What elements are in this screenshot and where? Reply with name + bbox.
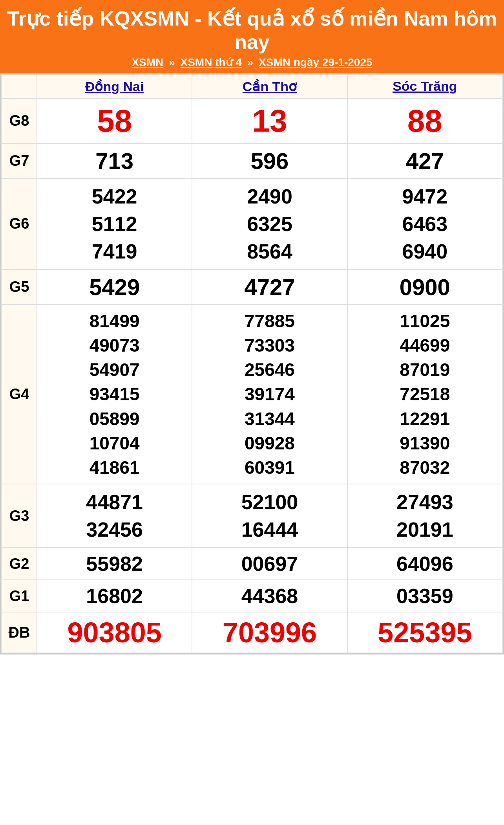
g4-col1-1: 49073 bbox=[39, 333, 190, 358]
g4-col2-3: 39174 bbox=[194, 382, 345, 406]
header-nav: XSMN » XSMN thứ 4 » XSMN ngày 29-1-2025 bbox=[4, 56, 500, 69]
row-g2: G2 55982 00697 64096 bbox=[2, 548, 502, 580]
header: Trực tiếp KQXSMN - Kết quả xổ số miền Na… bbox=[0, 0, 504, 73]
row-g1: G1 16802 44368 03359 bbox=[2, 580, 502, 612]
g5-col1: 5429 bbox=[37, 270, 192, 304]
col3-header-link[interactable]: Sóc Trăng bbox=[393, 79, 457, 94]
g6-col1-0: 5422 bbox=[39, 183, 190, 210]
g6-col2: 2490 6325 8564 bbox=[192, 178, 347, 270]
header-col1[interactable]: Đồng Nai bbox=[37, 74, 192, 99]
g7-col3: 427 bbox=[347, 143, 502, 178]
g4-col1-6: 41861 bbox=[39, 455, 190, 480]
db-col1: 903805 bbox=[37, 612, 192, 653]
table-header-row: Đồng Nai Cần Thơ Sóc Trăng bbox=[2, 74, 502, 99]
label-g3: G3 bbox=[2, 484, 37, 548]
g6-col3-2: 6940 bbox=[349, 238, 500, 265]
g4-col2-2: 25646 bbox=[194, 358, 345, 382]
g4-col2-1: 73303 bbox=[194, 333, 345, 358]
g4-col1-2: 54907 bbox=[39, 358, 190, 382]
g6-col3-0: 9472 bbox=[349, 183, 500, 210]
g3-col2-1: 16444 bbox=[194, 516, 345, 543]
nav-sep2: » bbox=[247, 56, 254, 68]
g4-col1: 81499 49073 54907 93415 05899 10704 4186… bbox=[37, 304, 192, 484]
g3-col1-0: 44871 bbox=[39, 488, 190, 516]
label-g8: G8 bbox=[2, 99, 37, 143]
g4-col1-3: 93415 bbox=[39, 382, 190, 406]
db-col2: 703996 bbox=[192, 612, 347, 653]
g3-col1-1: 32456 bbox=[39, 516, 190, 543]
results-table-wrap: Đồng Nai Cần Thơ Sóc Trăng G8 58 13 88 G… bbox=[0, 73, 504, 655]
g4-col3-1: 44699 bbox=[349, 333, 500, 358]
g8-col3: 88 bbox=[347, 99, 502, 143]
label-db: ĐB bbox=[2, 612, 37, 653]
g6-col1-2: 7419 bbox=[39, 238, 190, 265]
nav-link1[interactable]: XSMN bbox=[131, 56, 163, 68]
nav-link2[interactable]: XSMN thứ 4 bbox=[180, 56, 241, 68]
g4-col3-4: 12291 bbox=[349, 407, 500, 431]
label-g1: G1 bbox=[2, 580, 37, 612]
g7-col1: 713 bbox=[37, 143, 192, 178]
g8-col2: 13 bbox=[192, 99, 347, 143]
row-g7: G7 713 596 427 bbox=[2, 143, 502, 178]
g4-col2-4: 31344 bbox=[194, 407, 345, 431]
header-title: Trực tiếp KQXSMN - Kết quả xổ số miền Na… bbox=[4, 7, 500, 54]
label-g6: G6 bbox=[2, 178, 37, 270]
g3-col1: 44871 32456 bbox=[37, 484, 192, 548]
g4-col3-0: 11025 bbox=[349, 309, 500, 333]
row-g6: G6 5422 5112 7419 2490 6325 8564 9472 64… bbox=[2, 178, 502, 270]
g6-col1: 5422 5112 7419 bbox=[37, 178, 192, 270]
g4-col2-6: 60391 bbox=[194, 455, 345, 480]
g4-col2: 77885 73303 25646 39174 31344 09928 6039… bbox=[192, 304, 347, 484]
g5-col3: 0900 bbox=[347, 270, 502, 304]
row-g8: G8 58 13 88 bbox=[2, 99, 502, 143]
g4-col3: 11025 44699 87019 72518 12291 91390 8703… bbox=[347, 304, 502, 484]
g6-col2-2: 8564 bbox=[194, 238, 345, 265]
row-g3: G3 44871 32456 52100 16444 27493 20191 bbox=[2, 484, 502, 548]
g6-col1-1: 5112 bbox=[39, 210, 190, 238]
g4-col3-6: 87032 bbox=[349, 455, 500, 480]
g4-col3-2: 87019 bbox=[349, 358, 500, 382]
g4-col3-3: 72518 bbox=[349, 382, 500, 406]
g4-col2-5: 09928 bbox=[194, 431, 345, 455]
g5-col2: 4727 bbox=[192, 270, 347, 304]
db-col3: 525395 bbox=[347, 612, 502, 653]
col1-header-link[interactable]: Đồng Nai bbox=[85, 79, 144, 94]
label-g2: G2 bbox=[2, 548, 37, 580]
label-g5: G5 bbox=[2, 270, 37, 304]
nav-link3[interactable]: XSMN ngày 29-1-2025 bbox=[259, 56, 372, 68]
label-g7: G7 bbox=[2, 143, 37, 178]
g4-col1-4: 05899 bbox=[39, 407, 190, 431]
g6-col2-1: 6325 bbox=[194, 210, 345, 238]
g1-col2: 44368 bbox=[192, 580, 347, 612]
g4-col1-0: 81499 bbox=[39, 309, 190, 333]
g3-col3: 27493 20191 bbox=[347, 484, 502, 548]
g1-col1: 16802 bbox=[37, 580, 192, 612]
col2-header-link[interactable]: Cần Thơ bbox=[243, 79, 297, 94]
g4-col3-5: 91390 bbox=[349, 431, 500, 455]
row-db: ĐB 903805 703996 525395 bbox=[2, 612, 502, 653]
g3-col2: 52100 16444 bbox=[192, 484, 347, 548]
header-col2[interactable]: Cần Thơ bbox=[192, 74, 347, 99]
results-table: Đồng Nai Cần Thơ Sóc Trăng G8 58 13 88 G… bbox=[1, 74, 503, 654]
g3-col3-0: 27493 bbox=[349, 488, 500, 516]
g3-col2-0: 52100 bbox=[194, 488, 345, 516]
nav-sep1: » bbox=[169, 56, 175, 68]
g6-col3-1: 6463 bbox=[349, 210, 500, 238]
g2-col2: 00697 bbox=[192, 548, 347, 580]
header-col3[interactable]: Sóc Trăng bbox=[347, 74, 502, 99]
header-label-col bbox=[2, 74, 37, 99]
g3-col3-1: 20191 bbox=[349, 516, 500, 543]
g2-col1: 55982 bbox=[37, 548, 192, 580]
g4-col1-5: 10704 bbox=[39, 431, 190, 455]
g4-col2-0: 77885 bbox=[194, 309, 345, 333]
row-g4: G4 81499 49073 54907 93415 05899 10704 4… bbox=[2, 304, 502, 484]
g7-col2: 596 bbox=[192, 143, 347, 178]
g8-col1: 58 bbox=[37, 99, 192, 143]
g6-col3: 9472 6463 6940 bbox=[347, 178, 502, 270]
g6-col2-0: 2490 bbox=[194, 183, 345, 210]
label-g4: G4 bbox=[2, 304, 37, 484]
row-g5: G5 5429 4727 0900 bbox=[2, 270, 502, 304]
g1-col3: 03359 bbox=[347, 580, 502, 612]
g2-col3: 64096 bbox=[347, 548, 502, 580]
